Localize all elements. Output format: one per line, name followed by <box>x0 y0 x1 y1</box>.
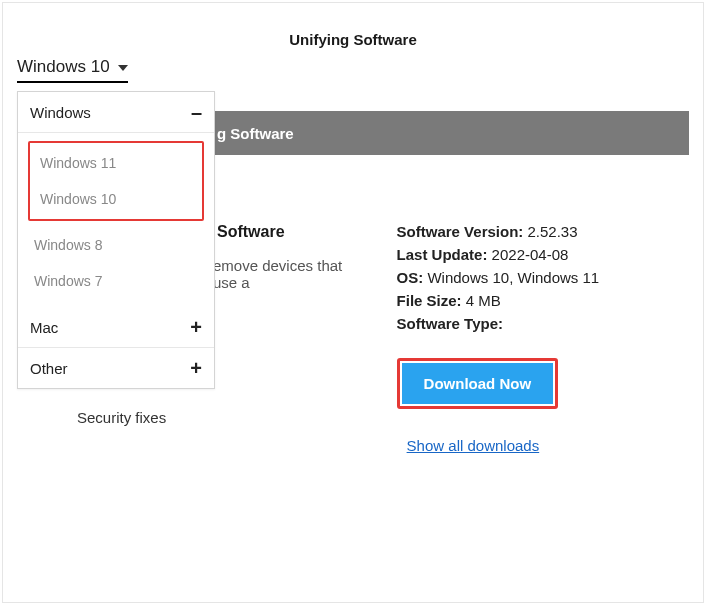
dropdown-group-other-label: Other <box>30 360 68 377</box>
dropdown-item-windows-7[interactable]: Windows 7 <box>28 263 204 299</box>
section-header-partial-text: g Software <box>217 125 294 142</box>
os-selector-value: Windows 10 <box>17 57 110 76</box>
spec-size-label: File Size: <box>397 292 462 309</box>
spec-size: File Size: 4 MB <box>397 292 689 309</box>
dropdown-group-windows[interactable]: Windows – <box>18 92 214 133</box>
software-description-partial: emove devices that use a <box>213 257 367 291</box>
page-title: Unifying Software <box>3 3 703 56</box>
spec-version-value: 2.52.33 <box>527 223 577 240</box>
spec-updated-label: Last Update: <box>397 246 488 263</box>
spec-type: Software Type: <box>397 315 689 332</box>
update-note-item: Security fixes <box>77 409 367 426</box>
download-button-highlight: Download Now <box>397 358 559 409</box>
plus-icon: + <box>190 358 202 378</box>
spec-os: OS: Windows 10, Windows 11 <box>397 269 689 286</box>
spec-version: Software Version: 2.52.33 <box>397 223 689 240</box>
chevron-down-icon <box>118 65 128 71</box>
dropdown-group-windows-label: Windows <box>30 104 91 121</box>
dropdown-item-windows-10[interactable]: Windows 10 <box>34 181 198 217</box>
dropdown-group-mac-label: Mac <box>30 319 58 336</box>
spec-updated-value: 2022-04-08 <box>492 246 569 263</box>
spec-os-value: Windows 10, Windows 11 <box>427 269 599 286</box>
dropdown-highlight-box: Windows 11 Windows 10 <box>28 141 204 221</box>
software-name-heading: Software <box>217 223 367 241</box>
dropdown-item-windows-11[interactable]: Windows 11 <box>34 145 198 181</box>
dropdown-item-windows-8[interactable]: Windows 8 <box>28 227 204 263</box>
spec-updated: Last Update: 2022-04-08 <box>397 246 689 263</box>
os-dropdown-panel: Windows – Windows 11 Windows 10 Windows … <box>17 91 215 389</box>
minus-icon: – <box>191 102 202 122</box>
spec-type-label: Software Type: <box>397 315 503 332</box>
plus-icon: + <box>190 317 202 337</box>
spec-size-value: 4 MB <box>466 292 501 309</box>
download-now-button[interactable]: Download Now <box>402 363 554 404</box>
spec-os-label: OS: <box>397 269 424 286</box>
dropdown-group-other[interactable]: Other + <box>18 348 214 388</box>
dropdown-group-mac[interactable]: Mac + <box>18 307 214 348</box>
spec-version-label: Software Version: <box>397 223 524 240</box>
os-selector-dropdown-trigger[interactable]: Windows 10 <box>17 57 128 83</box>
show-all-downloads-link[interactable]: Show all downloads <box>397 437 689 454</box>
